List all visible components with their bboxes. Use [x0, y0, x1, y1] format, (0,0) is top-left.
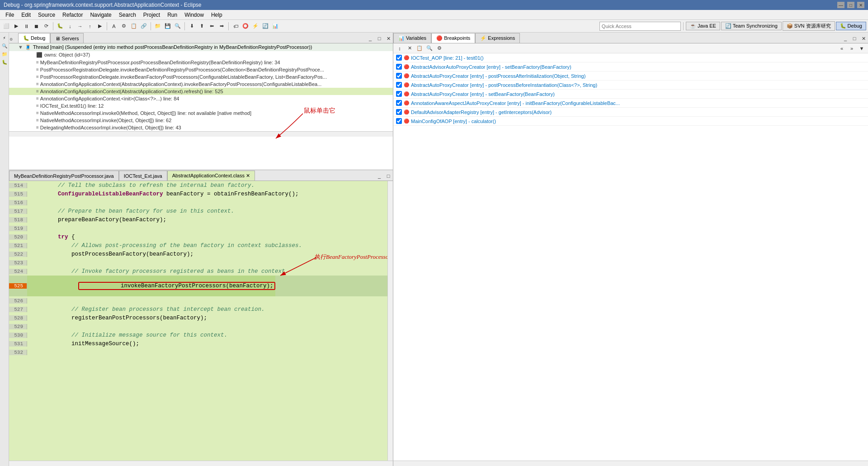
stack-frame-9[interactable]: ≡ DelegatingMethodAccessorImpl.invoke(Ob…	[9, 124, 393, 131]
toolbar-btn-step-return[interactable]: ↑	[85, 22, 94, 31]
editor-right-scrollbar[interactable]	[387, 181, 393, 461]
bp-item-0[interactable]: 🔴 IOCTest_AOP [line: 21] - test01()	[393, 53, 868, 62]
perspective-svn[interactable]: 📦 SVN 资源库研究	[783, 21, 835, 31]
minimize-button[interactable]: —	[837, 2, 844, 8]
maximize-button[interactable]: □	[847, 2, 854, 8]
tab-variables[interactable]: 📊 Variables	[393, 33, 431, 43]
toolbar-btn-5[interactable]: ⟳	[42, 22, 51, 31]
bp-checkbox-5[interactable]	[396, 100, 402, 106]
var-btn-menu[interactable]: ▼	[857, 44, 866, 53]
perspective-team-sync[interactable]: 🔄 Team Synchronizing	[721, 22, 782, 30]
bp-item-7[interactable]: 🔴 MainConfigOfAOP [entry] - calculator()	[393, 117, 868, 126]
var-panel-close[interactable]: ✕	[859, 34, 868, 43]
toolbar-btn-b[interactable]: ⚙	[119, 22, 128, 31]
close-button[interactable]: ✕	[857, 2, 864, 8]
toolbar-btn-d[interactable]: 🔗	[139, 22, 148, 31]
toolbar-btn-2[interactable]: ▶	[12, 22, 21, 31]
debug-panel-maximize[interactable]: □	[375, 34, 384, 43]
quick-access-input[interactable]	[599, 22, 681, 31]
bp-item-4[interactable]: 🔴 AbstractAutoProxyCreator [entry] - set…	[393, 90, 868, 99]
toolbar-btn-c[interactable]: 📋	[129, 22, 138, 31]
stack-frame-0[interactable]: ≡ MyBeanDefinitionRegistryPostProcessor.…	[9, 59, 393, 66]
var-btn-1[interactable]: ↕	[395, 44, 404, 53]
menu-edit[interactable]: Edit	[18, 11, 34, 19]
stack-frame-5[interactable]: ≡ AnnotationConfigApplicationContext.<in…	[9, 95, 393, 102]
side-icon-4[interactable]: 🐛	[1, 59, 8, 66]
bp-item-2[interactable]: 🔴 AbstractAutoProxyCreator [entry] - pos…	[393, 71, 868, 81]
stack-frame-4[interactable]: ≡ AnnotationConfigApplicationContext(Abs…	[9, 88, 393, 95]
var-btn-4[interactable]: 🔍	[425, 44, 434, 53]
side-icon-2[interactable]: 🔍	[1, 43, 8, 50]
menu-window[interactable]: Window	[181, 11, 208, 19]
debug-panel-minimize[interactable]: _	[366, 34, 375, 43]
toolbar-btn-step-over[interactable]: →	[75, 22, 85, 31]
toolbar-btn-o[interactable]: 🔄	[261, 22, 270, 31]
tab-expressions[interactable]: ⚡ Expressions	[475, 33, 520, 43]
menu-project[interactable]: Project	[140, 11, 164, 19]
toolbar-btn-debug[interactable]: 🐛	[56, 22, 65, 31]
tab-ioctest[interactable]: IOCTest_Ext.java	[119, 171, 167, 181]
menu-help[interactable]: Help	[208, 11, 226, 19]
toolbar-btn-m[interactable]: ⭕	[241, 22, 250, 31]
toolbar-btn-f[interactable]: 💾	[163, 22, 172, 31]
toolbar-btn-run[interactable]: ▶	[95, 22, 104, 31]
menu-search[interactable]: Search	[115, 11, 140, 19]
bp-checkbox-1[interactable]	[396, 64, 402, 70]
editor-hscroll[interactable]	[9, 461, 393, 466]
var-btn-2[interactable]: ✕	[405, 44, 414, 53]
side-icon-1[interactable]: ⚡	[1, 34, 8, 42]
editor-maximize[interactable]: □	[384, 171, 393, 181]
variables-panel[interactable]: 🔴 IOCTest_AOP [line: 21] - test01() 🔴 Ab…	[393, 53, 868, 461]
toolbar-btn-4[interactable]: ⏹	[32, 22, 41, 31]
menu-source[interactable]: Source	[34, 11, 59, 19]
stack-frame-3[interactable]: ≡ AnnotationConfigApplicationContext(Abs…	[9, 81, 393, 88]
tab-breakpoints[interactable]: 🔴 Breakpoints	[431, 33, 475, 43]
var-btn-expand[interactable]: »	[847, 44, 856, 53]
debug-panel-hscroll[interactable]	[9, 131, 393, 137]
code-area[interactable]: 514 // Tell the subclass to refresh the …	[9, 181, 387, 461]
debug-panel[interactable]: ▼ 🧵 Thread [main] (Suspended (entry into…	[9, 43, 393, 170]
editor-minimize[interactable]: _	[375, 171, 384, 181]
bp-item-3[interactable]: 🔴 AbstractAutoProxyCreator [entry] - pos…	[393, 81, 868, 90]
toolbar-btn-1[interactable]: ⬜	[2, 22, 11, 31]
bp-checkbox-7[interactable]	[396, 118, 402, 124]
toolbar-btn-e[interactable]: 📁	[153, 22, 162, 31]
stack-frame-1[interactable]: ≡ PostProcessorRegistrationDelegate.invo…	[9, 66, 393, 73]
toolbar-btn-step-into[interactable]: ↓	[66, 22, 75, 31]
side-icon-3[interactable]: 📁	[1, 51, 8, 58]
stack-owns[interactable]: ⬛ owns: Object (id=37)	[9, 51, 393, 59]
toolbar-btn-n[interactable]: ⚡	[251, 22, 260, 31]
bp-item-1[interactable]: 🔴 AbstractAdvisorAutoProxyCreator [entry…	[393, 62, 868, 71]
stack-frame-8[interactable]: ≡ NativeMethodAccessorImpl.invoke(Object…	[9, 117, 393, 124]
perspective-java-ee[interactable]: ☕ Java EE	[686, 22, 720, 30]
toolbar-btn-h[interactable]: ⬇	[187, 22, 196, 31]
toolbar-btn-g[interactable]: 🔍	[173, 22, 182, 31]
bp-item-5[interactable]: 🔴 AnnotationAwareAspectJAutoProxyCreator…	[393, 99, 868, 108]
stack-frame-6[interactable]: ≡ IOCTest_Ext.test01() line: 12	[9, 102, 393, 109]
stack-frame-2[interactable]: ≡ PostProcessorRegistrationDelegate.invo…	[9, 73, 393, 81]
var-btn-3[interactable]: 📋	[415, 44, 424, 53]
var-panel-hscroll[interactable]	[393, 461, 868, 466]
bp-checkbox-6[interactable]	[396, 109, 402, 115]
tab-debug[interactable]: 🐛 Debug	[18, 33, 50, 43]
thread-main[interactable]: ▼ 🧵 Thread [main] (Suspended (entry into…	[9, 43, 393, 51]
tab-servers[interactable]: 🖥 Servers	[50, 33, 84, 43]
toolbar-btn-3[interactable]: ⏸	[22, 22, 31, 31]
toolbar-btn-k[interactable]: ➡	[217, 22, 226, 31]
var-btn-5[interactable]: ⚙	[435, 44, 444, 53]
toolbar-btn-i[interactable]: ⬆	[197, 22, 206, 31]
var-panel-maximize[interactable]: □	[850, 34, 859, 43]
bp-checkbox-2[interactable]	[396, 73, 402, 79]
toolbar-btn-j[interactable]: ⬅	[207, 22, 216, 31]
menu-refactor[interactable]: Refactor	[59, 11, 86, 19]
bp-checkbox-0[interactable]	[396, 55, 402, 61]
bp-checkbox-3[interactable]	[396, 82, 402, 88]
bp-item-6[interactable]: 🔴 DefaultAdvisorAdapterRegistry [entry] …	[393, 108, 868, 117]
stack-frame-7[interactable]: ≡ NativeMethodAccessorImpl.invoke0(Metho…	[9, 109, 393, 117]
menu-navigate[interactable]: Navigate	[86, 11, 115, 19]
menu-file[interactable]: File	[2, 11, 18, 19]
tab-abstractapp[interactable]: AbstractApplicationContext.class ✕	[167, 171, 255, 181]
debug-panel-close[interactable]: ✕	[384, 34, 393, 43]
perspective-debug[interactable]: 🐛 Debug	[836, 22, 866, 30]
toolbar-btn-l[interactable]: 🏷	[231, 22, 240, 31]
